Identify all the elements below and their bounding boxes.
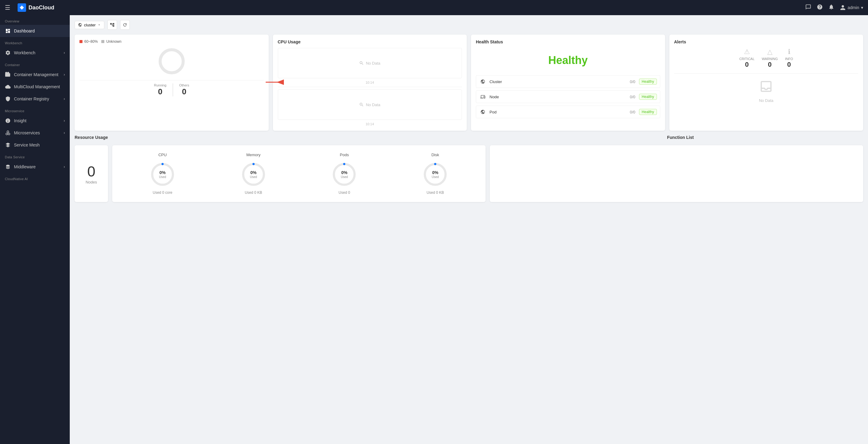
memory-metric-name: Memory: [208, 153, 299, 157]
container-registry-chevron: ›: [64, 97, 65, 101]
critical-count: 0: [739, 61, 754, 68]
health-status-value: Healthy: [476, 48, 660, 73]
running-label: Running: [154, 84, 166, 87]
metric-cpu: CPU 0% Used: [117, 150, 208, 197]
hamburger-icon[interactable]: ☰: [5, 4, 10, 11]
svg-point-8: [334, 164, 354, 185]
alert-critical: ⚠ CRITICAL 0: [739, 48, 754, 68]
sidebar-item-service-mesh[interactable]: Service Mesh: [0, 139, 70, 151]
metric-memory: Memory 0% Used: [208, 150, 299, 197]
user-dropdown-icon[interactable]: ▾: [861, 5, 863, 10]
workbench-chevron: ›: [64, 51, 65, 55]
sidebar-item-container-registry[interactable]: Container Registry ›: [0, 93, 70, 105]
svg-point-4: [152, 164, 173, 185]
cluster-dropdown-icon: [97, 23, 101, 27]
help-icon[interactable]: [817, 4, 823, 11]
message-icon[interactable]: [805, 4, 811, 11]
middleware-icon: [5, 164, 11, 170]
metric-disk: Disk 0% Used: [390, 150, 481, 197]
user-info[interactable]: admin ▾: [840, 5, 863, 11]
service-mesh-icon: [5, 142, 11, 148]
insight-icon: [5, 118, 11, 124]
memory-donut: 0% Used: [240, 161, 267, 188]
container-management-icon: [5, 71, 11, 77]
topology-icon-btn[interactable]: [107, 20, 117, 30]
memory-donut-svg: [240, 161, 267, 188]
alerts-row: ⚠ CRITICAL 0 △ WARNING 0 ℹ INFO 0: [674, 48, 859, 68]
cluster-health-badge: Healthy: [639, 78, 657, 85]
container-registry-label: Container Registry: [14, 96, 49, 101]
info-count: 0: [785, 61, 793, 68]
pods-donut-chart: [156, 46, 187, 76]
service-mesh-label: Service Mesh: [14, 142, 40, 148]
resource-metrics-card: CPU 0% Used: [112, 145, 486, 202]
brand: DaoCloud: [18, 3, 54, 12]
health-status-title: Health Status: [476, 39, 660, 44]
bell-icon[interactable]: [828, 4, 834, 11]
section-label-cloudnative-ai: CloudNative AI: [0, 173, 70, 183]
svg-point-2: [160, 50, 183, 73]
warning-count: 0: [762, 61, 778, 68]
legend-critical-dot: [80, 40, 83, 43]
memory-no-data-text: No Data: [366, 102, 380, 107]
container-management-label: Container Management: [14, 72, 58, 77]
cluster-health-name: Cluster: [490, 80, 630, 84]
info-label: INFO: [785, 57, 793, 61]
main-topbar: cluster: [74, 20, 863, 30]
cpu-metric-name: CPU: [117, 153, 208, 157]
cpu-chart-area: No Data: [278, 90, 462, 120]
memory-used-label: Used 0 KB: [208, 190, 299, 195]
sidebar-item-insight[interactable]: Insight ›: [0, 115, 70, 127]
alerts-no-data-text: No Data: [759, 98, 773, 103]
memory-time-label: 10:14: [278, 121, 462, 126]
cpu-usage-card: CPU Usage No Data 10:14 No Data 10:14: [273, 35, 467, 131]
dashboard-icon: [5, 28, 11, 34]
sidebar-item-dashboard[interactable]: Dashboard: [0, 25, 70, 37]
critical-icon: ⚠: [739, 48, 754, 56]
nodes-count: 0: [87, 163, 96, 180]
svg-point-6: [243, 164, 264, 185]
sidebar-item-workbench[interactable]: Workbench ›: [0, 47, 70, 59]
resource-usage-section-title: Resource Usage: [74, 135, 663, 140]
sidebar-item-container-management[interactable]: Container Management ›: [0, 68, 70, 81]
alert-info: ℹ INFO 0: [785, 48, 793, 68]
pods-metric-name: Pods: [299, 153, 390, 157]
alert-warning: △ WARNING 0: [762, 48, 778, 68]
refresh-icon-btn[interactable]: [120, 20, 130, 30]
disk-used-label: Used 0 KB: [390, 190, 481, 195]
sidebar-item-multicloud[interactable]: MultiCloud Management: [0, 81, 70, 93]
middleware-label: Middleware: [14, 164, 36, 169]
cluster-icon: [78, 23, 82, 27]
health-status-card: Health Status Healthy Cluster 0/0 Health…: [471, 35, 665, 131]
warning-icon: △: [762, 48, 778, 56]
section-label-data-service: Data Service: [0, 151, 70, 161]
function-list-section-title: Function List: [667, 135, 863, 140]
node-health-icon: [479, 93, 487, 100]
microservices-label: Microservices: [14, 130, 40, 135]
sidebar-item-microservices[interactable]: Microservices ›: [0, 127, 70, 139]
insight-chevron: ›: [64, 119, 65, 123]
sidebar-item-middleware[interactable]: Middleware ›: [0, 161, 70, 173]
cpu-no-data-text: No Data: [366, 61, 380, 65]
app-body: Overview Dashboard Workbench Workbench ›…: [0, 15, 868, 444]
search-icon-2: [359, 102, 364, 107]
function-list-card: [490, 145, 863, 202]
dashboard-label: Dashboard: [14, 29, 35, 33]
insight-label: Insight: [14, 118, 26, 123]
cluster-select[interactable]: cluster: [74, 21, 104, 29]
cpu-donut-svg: [149, 161, 176, 188]
pod-health-count: 0/0: [630, 110, 636, 114]
section-label-workbench: Workbench: [0, 37, 70, 47]
pods-donut-card: 60~80% Unknown: [74, 35, 269, 131]
search-icon: [359, 61, 364, 65]
legend-unknown-dot: [101, 40, 104, 43]
running-value: 0: [154, 87, 166, 96]
workbench-label: Workbench: [14, 50, 35, 55]
cpu-usage-title: CPU Usage: [278, 39, 462, 44]
cpu-no-data-area: No Data: [278, 48, 462, 78]
legend-critical-label: 60~80%: [84, 39, 98, 44]
cluster-health-icon: [479, 78, 487, 85]
health-item-node: Node 0/0 Healthy: [476, 90, 660, 103]
metrics-row: CPU 0% Used: [117, 150, 481, 197]
sidebar: Overview Dashboard Workbench Workbench ›…: [0, 15, 70, 444]
